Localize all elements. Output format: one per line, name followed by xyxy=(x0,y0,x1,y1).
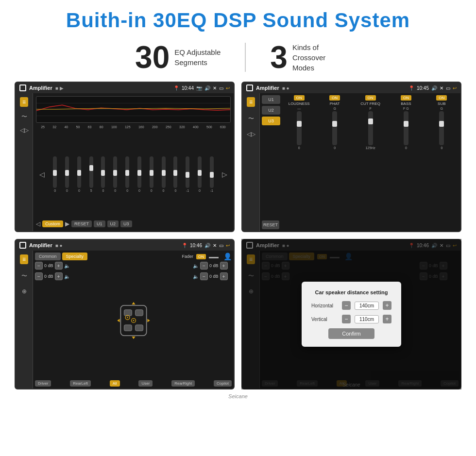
slider-track-2[interactable] xyxy=(77,156,81,188)
phat-slider[interactable] xyxy=(332,111,337,145)
rl-speaker-icon: 🔈 xyxy=(64,274,70,279)
sidebar-vol-icon-2[interactable]: ◁▷ xyxy=(247,131,255,137)
play-controls-1: ■ ▶ xyxy=(55,85,64,91)
sidebar-wave-icon-3[interactable]: 〜 xyxy=(21,272,27,280)
rl-plus-btn[interactable]: + xyxy=(55,272,63,280)
sidebar-wave-icon[interactable]: 〜 xyxy=(21,113,27,121)
copilot-btn[interactable]: Copilot xyxy=(214,380,232,387)
rr-plus-btn[interactable]: + xyxy=(220,272,228,280)
eq-number: 30 xyxy=(135,42,170,73)
arrow-left-icon[interactable]: ◁ xyxy=(39,170,45,178)
slider-track-7[interactable] xyxy=(137,156,141,188)
u1-preset-btn[interactable]: U1 xyxy=(262,95,280,104)
sidebar-eq-icon-2[interactable]: ≡ xyxy=(247,97,255,107)
slider-track-9[interactable] xyxy=(162,156,166,188)
fl-plus-btn[interactable]: + xyxy=(55,262,63,270)
slider-thumb-12[interactable] xyxy=(198,170,202,176)
user-btn[interactable]: User xyxy=(138,380,153,387)
slider-thumb-2[interactable] xyxy=(77,170,81,176)
confirm-button[interactable]: Confirm xyxy=(328,328,374,339)
home-icon-3[interactable] xyxy=(19,242,26,249)
sub-thumb[interactable] xyxy=(439,121,444,127)
specialty-tab-btn[interactable]: Specialty xyxy=(62,253,88,260)
sidebar-eq-icon[interactable]: ≡ xyxy=(20,97,28,107)
slider-thumb-9[interactable] xyxy=(162,170,166,176)
fl-minus-btn[interactable]: − xyxy=(35,262,43,270)
phat-on-btn[interactable]: ON xyxy=(329,95,340,101)
next-icon[interactable]: ▶ xyxy=(65,220,69,227)
sidebar-bt-icon-3[interactable]: ⊕ xyxy=(22,288,27,295)
bass-slider[interactable] xyxy=(404,111,408,145)
slider-thumb-11[interactable] xyxy=(186,172,189,178)
sub-on-btn[interactable]: ON xyxy=(436,95,447,101)
vertical-plus-btn[interactable]: + xyxy=(383,315,391,323)
rearright-btn[interactable]: RearRight xyxy=(171,380,195,387)
bass-on-btn[interactable]: ON xyxy=(401,95,411,101)
home-icon-2[interactable] xyxy=(246,84,253,91)
fr-minus-btn[interactable]: − xyxy=(200,262,208,270)
home-icon-1[interactable] xyxy=(19,84,26,91)
slider-thumb-10[interactable] xyxy=(173,170,177,176)
loudness-slider[interactable] xyxy=(297,111,302,145)
fr-plus-btn[interactable]: + xyxy=(220,262,228,270)
u3-btn-1[interactable]: U3 xyxy=(120,220,132,227)
rl-minus-btn[interactable]: − xyxy=(35,272,43,280)
loudness-on-btn[interactable]: ON xyxy=(294,95,305,101)
arrow-right-icon[interactable]: ▷ xyxy=(222,170,227,178)
slider-thumb-4[interactable] xyxy=(101,170,105,176)
slider-thumb-1[interactable] xyxy=(65,170,69,176)
slider-track-12[interactable] xyxy=(198,156,202,188)
cutfreq-thumb[interactable] xyxy=(368,118,373,124)
slider-track-13[interactable] xyxy=(210,156,214,188)
sidebar-eq-icon-3[interactable]: ≡ xyxy=(20,254,28,264)
sub-slider[interactable] xyxy=(439,111,444,145)
reset-btn-2[interactable]: RESET xyxy=(262,220,279,229)
fader-label: Fader xyxy=(182,254,193,259)
prev-icon[interactable]: ◁ xyxy=(36,220,40,227)
slider-thumb-5[interactable] xyxy=(113,170,117,176)
slider-track-6[interactable] xyxy=(125,156,129,188)
loudness-thumb[interactable] xyxy=(297,121,302,127)
u1-btn-1[interactable]: U1 xyxy=(94,220,105,227)
common-tab-btn[interactable]: Common xyxy=(35,253,61,260)
close-icon-3: ✕ xyxy=(213,243,217,248)
fader-slider-icon: ▬▬ xyxy=(209,254,219,259)
slider-col-13: -1 xyxy=(210,156,214,192)
slider-thumb-13[interactable] xyxy=(210,172,214,178)
u2-preset-btn[interactable]: U2 xyxy=(262,106,280,115)
u3-preset-btn[interactable]: U3 xyxy=(262,117,280,125)
rearleft-btn[interactable]: RearLeft xyxy=(70,380,91,387)
custom-btn[interactable]: Custom xyxy=(42,220,63,227)
slider-thumb-6[interactable] xyxy=(125,170,129,176)
svg-marker-13 xyxy=(147,319,150,322)
cutfreq-on-btn[interactable]: ON xyxy=(365,95,376,101)
slider-track-1[interactable] xyxy=(65,156,69,188)
slider-track-11[interactable] xyxy=(186,156,189,188)
slider-track-0[interactable] xyxy=(53,156,57,188)
all-btn[interactable]: All xyxy=(110,380,120,387)
u2-btn-1[interactable]: U2 xyxy=(107,220,119,227)
bass-thumb[interactable] xyxy=(404,121,408,127)
reset-btn-1[interactable]: RESET xyxy=(71,220,92,227)
slider-track-5[interactable] xyxy=(113,156,117,188)
sidebar-vol-icon[interactable]: ◁▷ xyxy=(20,127,29,134)
vertical-minus-btn[interactable]: − xyxy=(342,315,351,323)
phat-thumb[interactable] xyxy=(332,121,337,127)
slider-track-4[interactable] xyxy=(101,156,105,188)
horizontal-plus-btn[interactable]: + xyxy=(383,301,391,310)
slider-thumb-0[interactable] xyxy=(53,170,57,176)
horizontal-minus-btn[interactable]: − xyxy=(342,301,351,310)
rr-minus-btn[interactable]: − xyxy=(200,272,208,280)
cutfreq-slider[interactable] xyxy=(368,111,373,145)
watermark-text: Seicane xyxy=(228,393,248,399)
slider-track-10[interactable] xyxy=(173,156,177,188)
sidebar-wave-icon-2[interactable]: 〜 xyxy=(248,115,254,123)
user-profile-icon[interactable]: 👤 xyxy=(223,253,232,260)
slider-thumb-3[interactable] xyxy=(89,165,93,171)
slider-track-3[interactable] xyxy=(89,156,93,188)
slider-thumb-8[interactable] xyxy=(150,170,153,176)
slider-thumb-7[interactable] xyxy=(137,170,141,176)
slider-col-6: 0 xyxy=(125,156,129,192)
slider-track-8[interactable] xyxy=(150,156,153,188)
driver-btn[interactable]: Driver xyxy=(35,380,51,387)
